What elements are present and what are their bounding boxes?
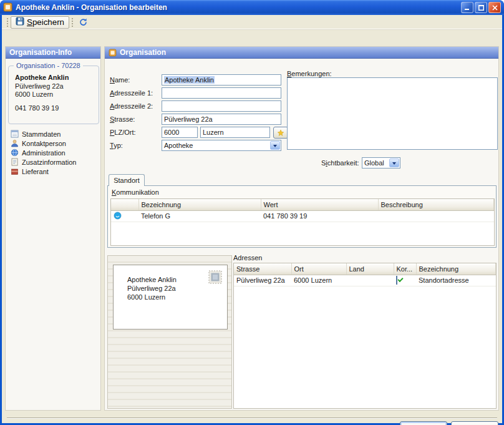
sidebar-item-lieferant[interactable]: Lieferant bbox=[8, 167, 99, 176]
addr-ort-cell: 6000 Luzern bbox=[291, 275, 346, 286]
sichtbarkeit-select[interactable]: Global bbox=[362, 157, 400, 169]
sidebar: Organisation-Info Organisation - 70228 A… bbox=[5, 46, 101, 411]
plz-ort-label: PLZ/Ort: bbox=[110, 129, 136, 137]
col-kor[interactable]: Kor... bbox=[394, 263, 416, 275]
toolbar: Speichern bbox=[2, 15, 502, 30]
phone-channel-icon bbox=[114, 212, 122, 220]
sidebar-header-label: Organisation-Info bbox=[9, 48, 72, 57]
organisation-icon bbox=[109, 49, 117, 57]
kommunikation-row[interactable]: Telefon G 041 780 39 19 bbox=[111, 210, 494, 222]
comm-wert-cell: 041 780 39 19 bbox=[261, 210, 378, 222]
col-wert[interactable]: Wert bbox=[261, 199, 378, 210]
app-window: Apotheke Anklin - Organisation bearbeite… bbox=[0, 0, 504, 425]
wand-icon bbox=[277, 129, 284, 137]
sidebar-item-stammdaten[interactable]: Stammdaten bbox=[8, 129, 99, 139]
sidebar-item-administration[interactable]: Administration bbox=[8, 148, 99, 157]
col-icon[interactable] bbox=[111, 199, 138, 210]
save-floppy-icon bbox=[16, 17, 24, 27]
typ-value: Apotheke bbox=[164, 142, 193, 149]
organisation-street: Pülverliweg 22a bbox=[9, 82, 99, 90]
person-icon bbox=[11, 139, 19, 147]
sidebar-header: Organisation-Info bbox=[6, 47, 100, 59]
app-icon bbox=[3, 2, 12, 13]
kommunikation-table: Bezeichnung Wert Beschreibung Telefon G bbox=[110, 198, 495, 246]
addr-strasse-cell: Pülverliweg 22a bbox=[234, 275, 291, 286]
strasse-label: Strasse: bbox=[110, 115, 135, 124]
adressen-header-row: Strasse Ort Land Kor... Bezeichnung bbox=[234, 263, 496, 275]
titlebar[interactable]: Apotheke Anklin - Organisation bearbeite… bbox=[0, 0, 504, 15]
adresszeile2-input[interactable] bbox=[162, 100, 281, 112]
stamp-icon bbox=[208, 270, 223, 286]
ort-input[interactable]: Luzern bbox=[200, 127, 270, 138]
adresszeile1-label: Adresszeile 1: bbox=[110, 89, 153, 97]
save-button[interactable]: Speichern bbox=[11, 16, 69, 29]
adressen-caption: Adressen bbox=[233, 254, 262, 261]
kommunikation-caption: Kommunikation bbox=[112, 188, 159, 196]
sidebar-item-label: Lieferant bbox=[22, 168, 49, 175]
organisation-city: 6000 Luzern bbox=[9, 90, 99, 99]
addr-land-cell bbox=[346, 275, 394, 286]
sichtbarkeit-value: Global bbox=[364, 159, 384, 167]
note-icon bbox=[11, 158, 19, 166]
kommunikation-header-row: Bezeichnung Wert Beschreibung bbox=[111, 199, 494, 210]
adresszeile1-input[interactable] bbox=[162, 87, 281, 99]
cancel-button[interactable]: Abbrechen bbox=[451, 421, 498, 425]
main-header: Organisation bbox=[105, 47, 498, 59]
minimize-button[interactable] bbox=[461, 2, 473, 13]
ok-button[interactable]: OK bbox=[400, 421, 447, 425]
organisation-number-caption: Organisation - 70228 bbox=[14, 62, 83, 69]
col-bezeichnung[interactable]: Bezeichnung bbox=[416, 263, 496, 275]
envelope-preview-region: Apotheke Anklin Pülverliweg 22a 6000 Luz… bbox=[107, 255, 232, 409]
standort-tab-content: Kommunikation Bezeichnung Wert Beschreib… bbox=[107, 185, 497, 248]
close-button[interactable] bbox=[488, 2, 501, 13]
name-value: Apotheke Anklin bbox=[164, 76, 215, 84]
sidebar-item-zusatzinformation[interactable]: Zusatzinformation bbox=[8, 157, 99, 167]
main-panel: Organisation Name: Adresszeile 1: Adress… bbox=[104, 46, 499, 411]
organisation-phone: 041 780 39 19 bbox=[9, 99, 99, 112]
tab-standort-label: Standort bbox=[114, 177, 140, 184]
save-button-label: Speichern bbox=[27, 17, 64, 27]
korrespondenz-checkbox[interactable] bbox=[396, 276, 397, 285]
sidebar-item-kontaktperson[interactable]: Kontaktperson bbox=[8, 139, 99, 148]
strasse-input[interactable]: Pülverliweg 22a bbox=[162, 114, 281, 125]
form-icon bbox=[11, 130, 19, 138]
plz-input[interactable]: 6000 bbox=[162, 127, 198, 138]
ort-value: Luzern bbox=[203, 129, 224, 136]
typ-dropdown-arrow[interactable] bbox=[270, 141, 280, 150]
comm-beschreibung-cell bbox=[378, 210, 494, 222]
sidebar-item-label: Zusatzinformation bbox=[22, 159, 76, 166]
plz-lookup-button[interactable] bbox=[273, 127, 288, 139]
toolbar-grip[interactable] bbox=[71, 17, 74, 27]
maximize-button[interactable] bbox=[475, 2, 487, 13]
col-beschreibung[interactable]: Beschreibung bbox=[378, 199, 494, 210]
bemerkungen-textarea[interactable] bbox=[287, 77, 498, 150]
adressen-row[interactable]: Pülverliweg 22a 6000 Luzern Standortadre… bbox=[234, 275, 496, 286]
envelope-address-card: Apotheke Anklin Pülverliweg 22a 6000 Luz… bbox=[113, 265, 228, 330]
toolbar-grip[interactable] bbox=[6, 17, 9, 27]
col-bezeichnung[interactable]: Bezeichnung bbox=[138, 199, 261, 210]
main-header-label: Organisation bbox=[120, 48, 166, 57]
package-icon bbox=[11, 167, 19, 175]
sichtbarkeit-label: Sichtbarkeit: bbox=[321, 159, 359, 167]
tab-standort[interactable]: Standort bbox=[109, 174, 145, 186]
addr-kor-cell bbox=[394, 275, 416, 286]
strasse-value: Pülverliweg 22a bbox=[164, 115, 213, 123]
refresh-icon bbox=[79, 17, 88, 27]
typ-select[interactable]: Apotheke bbox=[162, 140, 281, 151]
adressen-table: Strasse Ort Land Kor... Bezeichnung Pülv… bbox=[233, 263, 497, 409]
name-label: Name: bbox=[110, 76, 130, 84]
sichtbarkeit-dropdown-arrow[interactable] bbox=[389, 159, 399, 167]
col-land[interactable]: Land bbox=[346, 263, 394, 275]
name-input[interactable]: Apotheke Anklin bbox=[162, 74, 281, 85]
plz-value: 6000 bbox=[164, 129, 179, 136]
globe-icon bbox=[11, 149, 19, 157]
col-strasse[interactable]: Strasse bbox=[234, 263, 291, 275]
organisation-info-groupbox: Organisation - 70228 Apotheke Anklin Pül… bbox=[8, 66, 99, 124]
footer-separator bbox=[7, 418, 497, 419]
col-ort[interactable]: Ort bbox=[291, 263, 346, 275]
workarea: Speichern Organisation-Info Organisation… bbox=[2, 15, 502, 423]
sidebar-item-label: Stammdaten bbox=[22, 130, 61, 138]
sidebar-item-label: Kontaktperson bbox=[22, 140, 66, 147]
refresh-button[interactable] bbox=[75, 16, 90, 29]
envelope-line: 6000 Luzern bbox=[127, 293, 227, 301]
